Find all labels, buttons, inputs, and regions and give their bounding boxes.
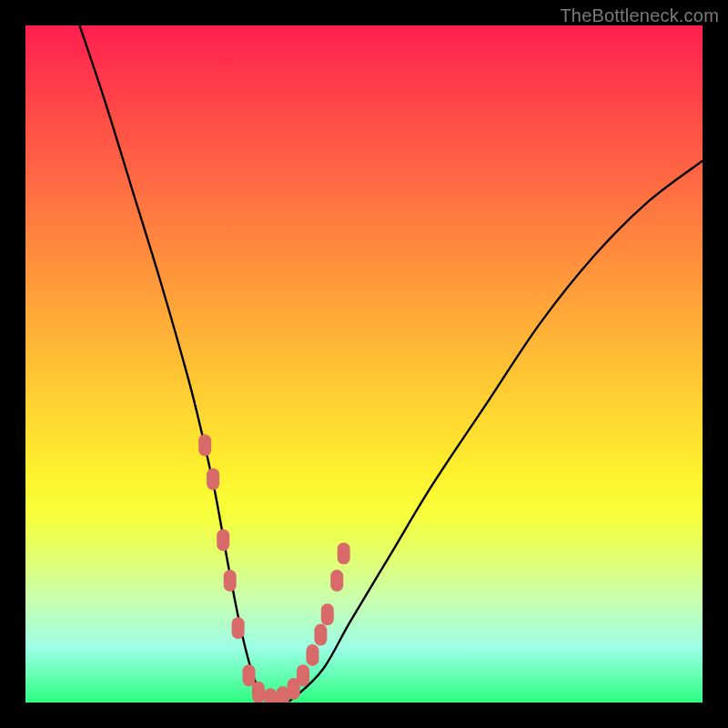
highlight-marker [306, 644, 318, 666]
highlight-marker [277, 686, 289, 703]
highlight-marker [243, 664, 256, 686]
watermark-text: TheBottleneck.com [560, 5, 719, 26]
highlight-marker [198, 434, 211, 456]
highlight-marker [321, 603, 334, 625]
highlight-marker [252, 682, 265, 703]
highlight-marker [338, 542, 350, 564]
highlight-marker [314, 624, 327, 646]
highlight-marker [224, 570, 237, 592]
highlight-markers-layer [25, 25, 703, 703]
highlight-marker [330, 570, 343, 592]
marker-group [198, 434, 350, 703]
highlight-marker [207, 468, 219, 490]
highlight-marker [264, 688, 277, 703]
chart-plot-area [25, 25, 703, 703]
highlight-marker [297, 664, 309, 686]
highlight-marker [217, 529, 229, 551]
highlight-marker [232, 617, 245, 639]
